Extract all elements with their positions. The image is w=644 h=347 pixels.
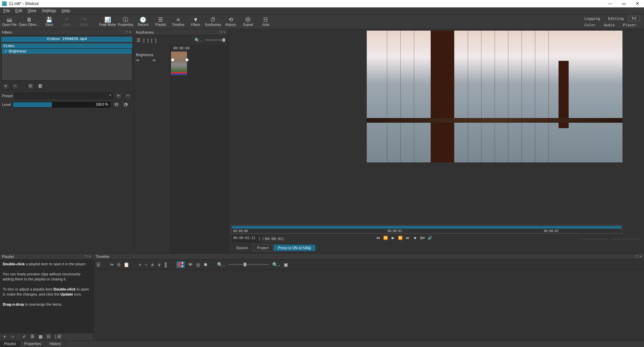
playlist-button[interactable]: ☰Playlist: [152, 15, 169, 29]
bracket-right2-icon[interactable]: ]: [155, 38, 156, 43]
undock-icon[interactable]: ❐: [635, 255, 638, 258]
volume-button[interactable]: 🔊: [427, 236, 433, 242]
playlist-add-button[interactable]: +: [1, 334, 8, 340]
level-keyframe-button[interactable]: ◔: [122, 101, 129, 108]
player-scrubber[interactable]: 00:00:00 00:00:01 00:00:02: [231, 225, 622, 234]
skip-start-button[interactable]: ⏮: [375, 236, 381, 242]
peak-meter-button[interactable]: 📊Peak Meter: [99, 15, 116, 29]
current-time-input[interactable]: 00:00:02:11: [232, 236, 256, 242]
play-button[interactable]: ▶: [390, 236, 396, 242]
bottom-tab-history[interactable]: History: [45, 341, 65, 347]
menu-edit[interactable]: Edit: [13, 8, 24, 14]
copy-filter-button[interactable]: ⎘: [27, 83, 34, 89]
lift-up-icon[interactable]: ∧: [151, 262, 154, 267]
tab-logging[interactable]: Logging: [581, 16, 604, 22]
keyframe-clip[interactable]: [171, 51, 187, 75]
zoom-out-icon[interactable]: 🔍₋: [217, 262, 225, 267]
ripple-all-icon[interactable]: ✱: [204, 262, 208, 267]
preset-add-button[interactable]: +: [115, 92, 122, 99]
bottom-tab-properties[interactable]: Properties: [20, 341, 45, 347]
menu-view[interactable]: View: [26, 8, 38, 14]
skip-end-button[interactable]: ⏭: [405, 236, 411, 242]
copy-icon[interactable]: ⎘: [117, 262, 120, 267]
playlist-view-list-button[interactable]: ☰: [29, 334, 36, 340]
close-panel-icon[interactable]: ✕: [88, 255, 91, 258]
tab-project[interactable]: Project: [253, 244, 273, 251]
keyframes-zoom-slider[interactable]: [205, 39, 225, 41]
tab-color[interactable]: Color: [581, 22, 599, 28]
close-panel-icon[interactable]: ✕: [223, 31, 226, 34]
save-button[interactable]: 💾Save: [41, 15, 57, 29]
add-filter-button[interactable]: +: [2, 83, 9, 89]
video-preview[interactable]: [367, 31, 622, 162]
kf-next-button[interactable]: ⏭: [153, 58, 156, 62]
zoom-out-icon[interactable]: 🔍₋: [194, 38, 202, 43]
grid-dropdown[interactable]: ⊞▾: [420, 236, 426, 242]
preset-remove-button[interactable]: −: [124, 92, 132, 99]
close-button[interactable]: ✕: [631, 0, 644, 7]
undock-icon[interactable]: ❐: [84, 255, 87, 258]
bracket-left2-icon[interactable]: [: [151, 38, 152, 43]
kf-prev-button[interactable]: ⏮: [136, 58, 139, 62]
recent-button[interactable]: 🕑Recent: [135, 15, 151, 29]
paste-filter-button[interactable]: 🗑: [36, 83, 44, 89]
filters-button[interactable]: ▼Filters: [187, 15, 204, 29]
bracket-left-icon[interactable]: [: [143, 38, 145, 43]
lift-down-icon[interactable]: ∨: [157, 262, 161, 267]
tab-fx[interactable]: FX: [628, 16, 640, 22]
open-file-button[interactable]: 🖴Open File: [1, 15, 17, 29]
paste-icon[interactable]: 📋: [123, 262, 129, 267]
properties-button[interactable]: ⓘProperties: [117, 15, 134, 29]
timeline-zoom-slider[interactable]: [228, 264, 269, 265]
zoom-in-icon[interactable]: 🔍₊: [272, 262, 280, 267]
timeline-tracks-area[interactable]: [94, 270, 644, 341]
fast-forward-button[interactable]: ⏩: [397, 236, 403, 242]
level-reset-button[interactable]: ⟲: [112, 101, 120, 108]
keyframe-marker[interactable]: [186, 59, 188, 61]
tab-editing[interactable]: Editing: [604, 16, 627, 22]
remove-icon[interactable]: −: [145, 262, 147, 267]
menu-icon[interactable]: ☰: [137, 38, 141, 43]
menu-settings[interactable]: Settings: [40, 8, 58, 14]
undock-icon[interactable]: ❐: [125, 31, 128, 34]
maximize-button[interactable]: ▭: [617, 0, 631, 7]
append-icon[interactable]: +: [139, 262, 141, 267]
open-other-button[interactable]: 🗎Open Other…: [19, 15, 40, 29]
close-panel-icon[interactable]: ✕: [639, 255, 642, 258]
menu-file[interactable]: File: [1, 8, 12, 14]
keyframe-marker[interactable]: [171, 59, 174, 61]
minimize-button[interactable]: —: [604, 0, 617, 7]
undock-icon[interactable]: ❐: [219, 31, 222, 34]
zoom-fit-icon[interactable]: ▣: [284, 262, 288, 267]
tab-audio[interactable]: Audio: [600, 22, 618, 28]
history-button[interactable]: ⟲History: [222, 15, 239, 29]
redo-button[interactable]: ↷Redo: [76, 15, 92, 29]
cut-icon[interactable]: ✂: [110, 262, 114, 267]
close-panel-icon[interactable]: ✕: [129, 31, 132, 34]
level-slider[interactable]: 100.0 %: [13, 102, 110, 108]
bottom-tab-playlist[interactable]: Playlist: [0, 341, 20, 347]
tab-player[interactable]: Player: [619, 22, 640, 28]
undo-button[interactable]: ↶Undo: [59, 15, 75, 29]
split-icon[interactable]: ][: [164, 262, 167, 267]
ripple-icon[interactable]: ◎: [196, 262, 200, 267]
timeline-menu-icon[interactable]: ☰: [96, 262, 101, 267]
playlist-menu-button[interactable]: ⋮☰: [53, 334, 60, 340]
keyframes-button[interactable]: ⏱Keyframes: [205, 15, 221, 29]
playlist-remove-button[interactable]: −: [9, 334, 16, 340]
proxy-badge[interactable]: Proxy is ON at 540p: [274, 244, 315, 251]
playlist-view-grid-button[interactable]: ▦: [37, 334, 44, 340]
jobs-button[interactable]: ☷Jobs: [257, 15, 274, 29]
time-stepper[interactable]: ▲▼: [258, 236, 261, 242]
filter-item-brightness[interactable]: ✓Brightness: [2, 49, 132, 54]
tab-source[interactable]: Source: [232, 245, 252, 251]
rewind-button[interactable]: ⏪: [383, 236, 389, 242]
menu-help[interactable]: Help: [60, 8, 72, 14]
playlist-update-button[interactable]: ✓: [21, 334, 28, 340]
preset-select[interactable]: [15, 93, 113, 99]
timeline-button[interactable]: ≡Timeline: [170, 15, 186, 29]
bracket-right-icon[interactable]: ]: [147, 38, 149, 43]
playlist-view-icons-button[interactable]: ☷: [45, 334, 52, 340]
export-button[interactable]: ⦿Export: [240, 15, 256, 29]
remove-filter-button[interactable]: −: [11, 83, 19, 89]
